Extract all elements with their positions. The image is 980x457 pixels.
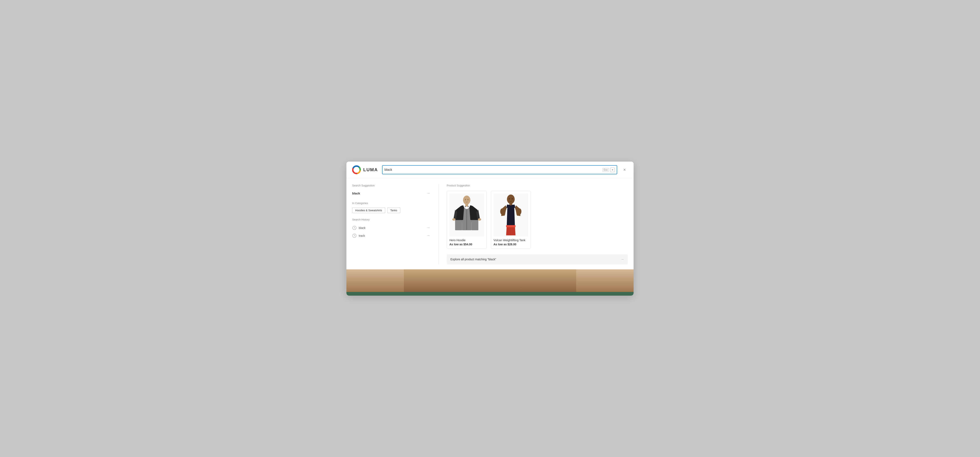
search-bar: Esc ×	[382, 165, 617, 174]
history-arrow-black: →	[426, 225, 430, 230]
product-price-hoodie: As low as $54.00	[449, 243, 484, 246]
suggestion-text: black	[352, 192, 360, 195]
svg-point-3	[463, 195, 471, 205]
explore-arrow-icon: →	[620, 257, 624, 262]
products-grid: Hero Hoodie As low as $54.00	[447, 191, 628, 249]
svg-point-26	[518, 208, 521, 214]
logo-text: LUMA	[363, 167, 378, 173]
svg-rect-7	[455, 220, 462, 230]
vertical-divider	[438, 184, 439, 264]
svg-point-5	[465, 199, 466, 200]
svg-point-18	[478, 218, 481, 221]
hero-strip	[347, 269, 633, 292]
svg-point-17	[452, 218, 455, 221]
category-tags: Hoodies & Sweatshirts Tanks	[352, 208, 430, 213]
in-categories-label: In Categories	[352, 201, 430, 205]
explore-all-bar[interactable]: Explore all product matching "black" →	[447, 254, 628, 264]
product-name-tank: Vulcan Weightlifting Tank	[493, 238, 528, 242]
hero-strip-inner	[404, 269, 576, 292]
svg-rect-12	[466, 214, 468, 214]
svg-point-6	[467, 199, 468, 200]
svg-point-25	[500, 208, 504, 214]
search-clear-button[interactable]: ×	[610, 168, 615, 172]
search-history-section: Search History black →	[352, 218, 430, 240]
svg-rect-14	[466, 218, 468, 219]
history-item-black[interactable]: black →	[352, 224, 430, 232]
category-hoodies[interactable]: Hoodies & Sweatshirts	[352, 208, 385, 213]
suggestion-item-black[interactable]: black →	[352, 190, 430, 197]
svg-point-20	[509, 198, 510, 199]
category-tanks[interactable]: Tanks	[387, 208, 400, 213]
product-price-tank: As low as $28.00	[493, 243, 528, 246]
explore-text: Explore all product matching "black"	[450, 258, 496, 261]
hoodie-svg	[449, 193, 484, 236]
svg-point-19	[507, 195, 515, 204]
search-input[interactable]	[385, 168, 602, 172]
esc-badge: Esc	[602, 168, 609, 172]
product-card-tank[interactable]: Vulcan Weightlifting Tank As low as $28.…	[491, 191, 531, 249]
svg-point-21	[512, 198, 513, 199]
history-text-black: black	[359, 226, 366, 230]
green-bottom-bar	[347, 292, 633, 296]
svg-point-15	[465, 206, 466, 207]
svg-rect-13	[466, 216, 468, 216]
search-suggestion-label: Search Suggestion	[352, 184, 430, 187]
product-suggestion-label: Product Suggestion	[447, 184, 628, 187]
suggestion-arrow-icon: →	[426, 191, 430, 195]
tank-svg	[493, 193, 528, 236]
product-card-hoodie[interactable]: Hero Hoodie As low as $54.00	[447, 191, 487, 249]
luma-logo-icon	[352, 165, 361, 174]
logo: LUMA	[352, 165, 378, 174]
history-item-track[interactable]: track →	[352, 232, 430, 240]
right-panel: Product Suggestion	[447, 184, 628, 264]
history-clock-icon-track	[352, 233, 357, 238]
dropdown-area: Search Suggestion black → In Categories …	[347, 178, 633, 269]
product-image-hoodie	[449, 193, 484, 236]
product-image-tank	[493, 193, 528, 236]
left-panel: Search Suggestion black → In Categories …	[352, 184, 438, 264]
svg-rect-23	[506, 225, 515, 227]
close-window-button[interactable]: ×	[621, 166, 628, 173]
history-arrow-track: →	[426, 233, 430, 238]
header: LUMA Esc × ×	[347, 161, 633, 178]
svg-rect-11	[466, 212, 468, 213]
search-history-label: Search History	[352, 218, 430, 221]
svg-point-16	[468, 206, 469, 207]
product-name-hoodie: Hero Hoodie	[449, 238, 484, 242]
in-categories-section: In Categories Hoodies & Sweatshirts Tank…	[352, 201, 430, 213]
history-clock-icon-black	[352, 225, 357, 230]
svg-rect-8	[471, 220, 478, 230]
browser-window: LUMA Esc × × Search Suggestion black → I…	[347, 161, 633, 296]
history-text-track: track	[359, 234, 365, 237]
